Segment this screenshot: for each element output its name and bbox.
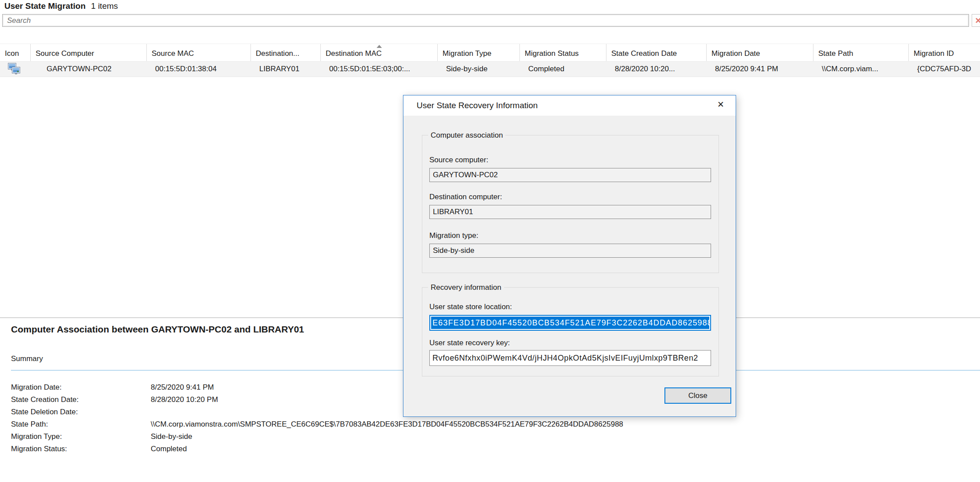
user-state-recovery-dialog: User State Recovery Information ✕ Comput… — [403, 95, 736, 417]
column-header-state-path[interactable]: State Path — [813, 44, 909, 61]
item-count: 1 items — [91, 1, 118, 11]
store-location-selected-text: E63FE3D17BD04F45520BCB534F521AE79F3C2262… — [431, 317, 709, 329]
destination-computer-field[interactable]: LIBRARY01 — [429, 205, 711, 219]
dialog-title: User State Recovery Information — [417, 101, 538, 110]
summary-row-migration-type: Migration Type: Side-by-side — [11, 431, 623, 443]
store-location-label: User state store location: — [429, 303, 512, 311]
store-location-field[interactable]: E63FE3D17BD04F45520BCB534F521AE79F3C2262… — [429, 315, 711, 331]
cell-source-computer: GARYTOWN-PC02 — [31, 65, 147, 73]
search-input[interactable] — [3, 15, 969, 26]
cell-migration-type: Side-by-side — [438, 65, 520, 73]
column-header-destination-mac[interactable]: Destination MAC — [321, 44, 438, 61]
recovery-key-field[interactable]: Rvfoe6Nfxhx0iPWemK4Vd/jHJH4OpkOtAd5KjsIv… — [429, 350, 711, 366]
computer-association-icon — [7, 62, 22, 76]
close-icon[interactable]: ✕ — [717, 100, 724, 109]
column-header-migration-id[interactable]: Migration ID — [909, 44, 980, 61]
cell-destination: LIBRARY01 — [251, 65, 321, 73]
group-label: Computer association — [428, 131, 505, 140]
cell-migration-status: Completed — [520, 65, 606, 73]
sort-ascending-icon — [377, 45, 382, 48]
computer-association-group: Computer association Source computer: GA… — [422, 135, 719, 273]
summary-row-state-path: State Path: \\CM.corp.viamonstra.com\SMP… — [11, 418, 623, 431]
column-header-icon[interactable]: Icon — [0, 44, 31, 61]
summary-row-migration-status: Migration Status: Completed — [11, 443, 623, 455]
source-computer-field[interactable]: GARYTOWN-PC02 — [429, 168, 711, 182]
search-close-button[interactable]: ✕ — [972, 14, 980, 27]
column-header-destination[interactable]: Destination... — [251, 44, 321, 61]
search-bar[interactable] — [2, 14, 969, 27]
migration-type-label: Migration type: — [429, 231, 479, 240]
recovery-key-label: User state recovery key: — [429, 339, 510, 347]
cell-state-creation-date: 8/28/2020 10:20... — [606, 65, 707, 73]
column-header-source-mac[interactable]: Source MAC — [147, 44, 251, 61]
table-row[interactable]: GARYTOWN-PC02 00:15:5D:01:38:04 LIBRARY0… — [0, 62, 980, 77]
group-label: Recovery information — [428, 283, 504, 292]
dialog-titlebar: User State Recovery Information ✕ — [403, 95, 736, 116]
summary-section-title: Summary — [11, 354, 43, 363]
cell-migration-date: 8/25/2020 9:41 PM — [707, 65, 813, 73]
cell-migration-id: {CDC75AFD-3D — [909, 65, 980, 73]
cell-state-path: \\CM.corp.viam... — [813, 65, 909, 73]
user-state-migration-list: Icon Source Computer Source MAC Destinat… — [0, 44, 980, 77]
list-header-row: Icon Source Computer Source MAC Destinat… — [0, 44, 980, 62]
recovery-information-group: Recovery information User state store lo… — [422, 287, 719, 376]
cell-destination-mac: 00:15:5D:01:5E:03;00:... — [321, 65, 438, 73]
column-header-source-computer[interactable]: Source Computer — [31, 44, 147, 61]
row-icon-cell — [0, 62, 31, 76]
source-computer-label: Source computer: — [429, 156, 488, 164]
page-title-text: User State Migration — [4, 1, 86, 11]
details-heading: Computer Association between GARYTOWN-PC… — [11, 324, 304, 335]
column-header-migration-status[interactable]: Migration Status — [520, 44, 606, 61]
page-title: User State Migration 1 items — [4, 1, 118, 11]
column-header-state-creation-date[interactable]: State Creation Date — [606, 44, 707, 61]
migration-type-field[interactable]: Side-by-side — [429, 244, 711, 258]
column-header-migration-type[interactable]: Migration Type — [438, 44, 520, 61]
column-header-migration-date[interactable]: Migration Date — [707, 44, 813, 61]
cell-source-mac: 00:15:5D:01:38:04 — [147, 65, 251, 73]
destination-computer-label: Destination computer: — [429, 193, 502, 201]
close-button[interactable]: Close — [664, 387, 731, 404]
red-x-icon: ✕ — [975, 16, 980, 26]
